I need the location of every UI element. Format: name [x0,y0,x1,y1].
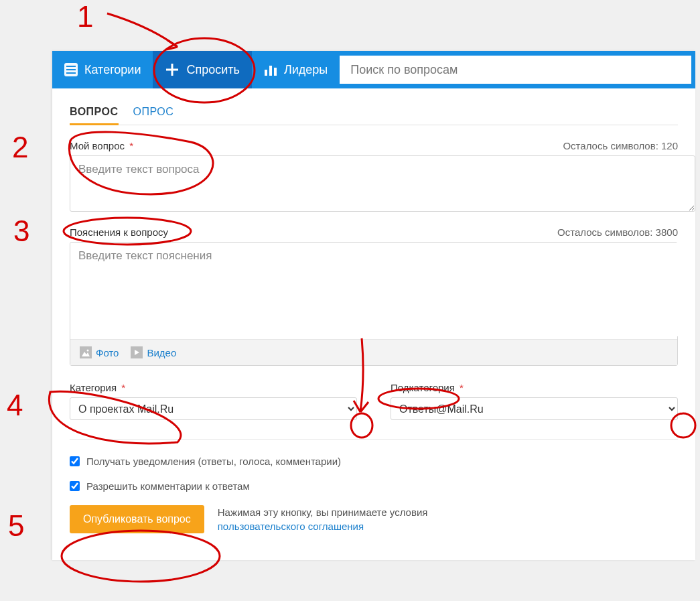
category-col: Категория * О проектах Mail.Ru [70,382,357,420]
search-wrap [340,51,695,88]
explain-counter: Осталось символов: 3800 [557,226,678,238]
category-label: Категория * [70,382,357,393]
nav-categories-label: Категории [84,63,141,77]
notifications-checkbox-row[interactable]: Получать уведомления (ответы, голоса, ко… [70,456,678,467]
svg-rect-1 [66,66,76,67]
photo-icon [80,346,92,358]
page-container: Категории Спросить Лидеры ВОПРОС ОПРОС М… [52,51,695,560]
allow-comments-label: Разрешить комментарии к ответам [86,480,250,492]
nav-ask[interactable]: Спросить [153,51,251,88]
publish-button[interactable]: Опубликовать вопрос [70,505,204,533]
search-input[interactable] [340,56,691,84]
anno-2: 2 [12,131,28,164]
anno-5: 5 [8,509,24,543]
attach-photo[interactable]: Фото [80,346,119,358]
svg-rect-6 [274,68,277,76]
bars-icon [264,63,277,76]
divider [70,439,678,440]
nav-leaders-label: Лидеры [284,63,328,77]
subcategory-label: Подкатегория * [391,382,678,393]
attach-bar: Фото Видео [70,339,677,365]
notifications-label: Получать уведомления (ответы, голоса, ко… [86,456,341,467]
category-select[interactable]: О проектах Mail.Ru [70,397,357,420]
content: ВОПРОС ОПРОС Мой вопрос * Осталось симво… [52,88,695,560]
tabs: ВОПРОС ОПРОС [70,102,678,125]
anno-1: 1 [77,0,93,34]
explain-field: Пояснения к вопросу Осталось символов: 3… [70,226,678,366]
top-nav: Категории Спросить Лидеры [52,51,695,88]
svg-rect-4 [265,70,267,76]
nav-categories[interactable]: Категории [52,51,153,88]
question-field: Мой вопрос * Осталось символов: 120 [70,140,678,214]
plus-icon [165,62,180,77]
anno-4: 4 [7,389,23,422]
svg-marker-7 [82,352,90,356]
tab-question[interactable]: ВОПРОС [70,102,119,125]
svg-point-8 [87,350,89,352]
subcategory-select[interactable]: Ответы@Mail.Ru [391,397,678,420]
nav-ask-label: Спросить [186,63,239,77]
tos-link[interactable]: пользовательского соглашения [218,521,364,532]
categories-row: Категория * О проектах Mail.Ru Подкатего… [70,382,678,420]
explain-input[interactable] [70,243,693,336]
explain-label: Пояснения к вопросу [70,226,168,238]
svg-rect-2 [66,69,76,70]
question-label: Мой вопрос * [70,140,133,151]
question-counter: Осталось символов: 120 [563,140,678,151]
subcategory-col: Подкатегория * Ответы@Mail.Ru [391,382,678,420]
attach-video[interactable]: Видео [131,346,176,358]
svg-rect-5 [269,66,272,76]
video-icon [131,346,143,358]
notifications-checkbox[interactable] [70,456,80,466]
list-icon [64,63,78,76]
submit-row: Опубликовать вопрос Нажимая эту кнопку, … [70,505,678,533]
allow-comments-checkbox[interactable] [70,481,80,491]
svg-marker-9 [135,350,139,355]
allow-comments-checkbox-row[interactable]: Разрешить комментарии к ответам [70,480,678,492]
disclaimer: Нажимая эту кнопку, вы принимаете услови… [218,505,428,533]
question-input[interactable] [70,155,695,212]
tab-poll[interactable]: ОПРОС [133,102,174,125]
svg-rect-3 [66,72,76,74]
nav-leaders[interactable]: Лидеры [252,51,340,88]
anno-3: 3 [13,214,29,248]
